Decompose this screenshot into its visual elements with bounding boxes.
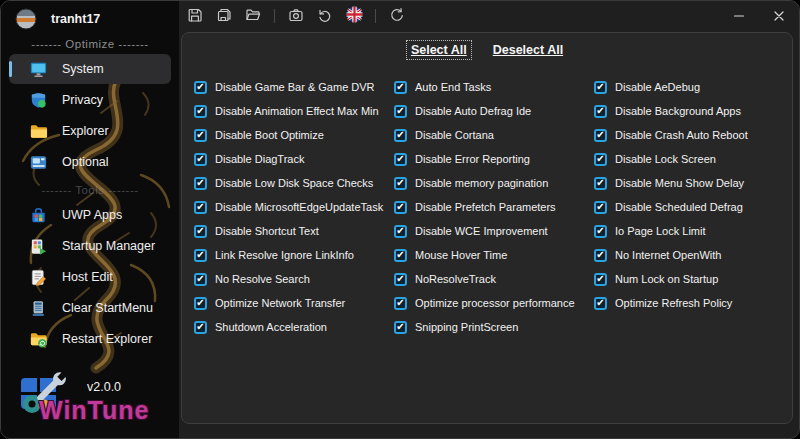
toolbar-open-folder-button[interactable] [241,4,265,28]
checkbox-checked-icon[interactable]: ✔ [594,177,607,190]
tweak-checkbox-item[interactable]: ✔Disable Boot Optimize [194,123,394,147]
sidebar-item-system[interactable]: System [9,54,171,84]
checkbox-checked-icon[interactable]: ✔ [194,177,207,190]
sidebar-item-label: System [62,62,104,76]
toolbar-screenshot-button[interactable] [284,4,308,28]
sidebar-item-uwp-apps[interactable]: UWP Apps [9,200,171,230]
tweak-checkbox-item[interactable]: ✔Disable Prefetch Parameters [394,195,594,219]
checkbox-checked-icon[interactable]: ✔ [594,129,607,142]
tweak-checkbox-item[interactable]: ✔Disable Cortana [394,123,594,147]
checkbox-checked-icon[interactable]: ✔ [194,129,207,142]
tweak-checkbox-item[interactable]: ✔Optimize processor performance [394,291,594,315]
tweak-checkbox-item[interactable]: ✔No Internet OpenWith [594,243,794,267]
tweak-checkbox-item[interactable]: ✔Disable Scheduled Defrag [594,195,794,219]
tweak-checkbox-item[interactable]: ✔Disable Shortcut Text [194,219,394,243]
checkbox-checked-icon[interactable]: ✔ [394,153,407,166]
tweak-checkbox-item[interactable]: ✔Disable Animation Effect Max Min [194,99,394,123]
tweak-checkbox-item[interactable]: ✔Disable WCE Improvement [394,219,594,243]
app-brand-name: WinTune [39,396,149,425]
checkbox-checked-icon[interactable]: ✔ [394,249,407,262]
select-all-button[interactable]: Select All [407,41,471,59]
toolbar [183,4,409,28]
tweak-checkbox-item[interactable]: ✔Disable DiagTrack [194,147,394,171]
checkbox-checked-icon[interactable]: ✔ [394,129,407,142]
explorer-icon [29,122,48,141]
sidebar-item-clear-startmenu[interactable]: Clear StartMenu [9,293,171,323]
sidebar-item-restart-explorer[interactable]: Restart Explorer [9,324,171,354]
checkbox-checked-icon[interactable]: ✔ [594,273,607,286]
toolbar-save-button[interactable] [183,4,207,28]
tweak-label: Disable Low Disk Space Checks [215,177,373,189]
tweak-checkbox-item[interactable]: ✔Disable Error Reporting [394,147,594,171]
tweaks-column-1: ✔Disable Game Bar & Game DVR✔Disable Ani… [194,75,394,339]
tweak-checkbox-item[interactable]: ✔Disable Game Bar & Game DVR [194,75,394,99]
close-button[interactable] [759,1,799,31]
checkbox-checked-icon[interactable]: ✔ [194,225,207,238]
checkbox-checked-icon[interactable]: ✔ [194,321,207,334]
tweak-checkbox-item[interactable]: ✔Io Page Lock Limit [594,219,794,243]
toolbar-undo-button[interactable] [313,4,337,28]
checkbox-checked-icon[interactable]: ✔ [394,201,407,214]
checkbox-checked-icon[interactable]: ✔ [594,249,607,262]
checkbox-checked-icon[interactable]: ✔ [194,273,207,286]
tweak-checkbox-item[interactable]: ✔Optimize Refresh Policy [594,291,794,315]
checkbox-checked-icon[interactable]: ✔ [594,201,607,214]
sidebar-item-privacy[interactable]: Privacy [9,85,171,115]
checkbox-checked-icon[interactable]: ✔ [394,297,407,310]
tweak-label: Disable Scheduled Defrag [615,201,743,213]
tweak-label: Auto End Tasks [415,81,491,93]
checkbox-checked-icon[interactable]: ✔ [594,297,607,310]
tweak-checkbox-item[interactable]: ✔Shutdown Acceleration [194,315,394,339]
tweak-checkbox-item[interactable]: ✔Disable Lock Screen [594,147,794,171]
sidebar-item-explorer[interactable]: Explorer [9,116,171,146]
app-version: v2.0.0 [87,380,121,394]
tweak-checkbox-item[interactable]: ✔Disable Auto Defrag Ide [394,99,594,123]
tweak-checkbox-item[interactable]: ✔Link Resolve Ignore LinkInfo [194,243,394,267]
tweak-checkbox-item[interactable]: ✔Optimize Network Transfer [194,291,394,315]
checkbox-checked-icon[interactable]: ✔ [394,273,407,286]
tweak-checkbox-item[interactable]: ✔Mouse Hover Time [394,243,594,267]
toolbar-language-english-button[interactable] [342,4,366,28]
checkbox-checked-icon[interactable]: ✔ [194,249,207,262]
tweak-checkbox-item[interactable]: ✔Disable Low Disk Space Checks [194,171,394,195]
sidebar-item-startup-manager[interactable]: Startup Manager [9,231,171,261]
sidebar-item-host-edit[interactable]: Host Edit [9,262,171,292]
tweak-checkbox-item[interactable]: ✔Disable AeDebug [594,75,794,99]
toolbar-refresh-button[interactable] [385,4,409,28]
checkbox-checked-icon[interactable]: ✔ [394,225,407,238]
checkbox-checked-icon[interactable]: ✔ [594,153,607,166]
tweak-checkbox-item[interactable]: ✔Disable Menu Show Delay [594,171,794,195]
tweak-label: Disable Game Bar & Game DVR [215,81,375,93]
tweak-checkbox-item[interactable]: ✔Disable Background Apps [594,99,794,123]
deselect-all-button[interactable]: Deselect All [489,41,567,59]
checkbox-checked-icon[interactable]: ✔ [194,297,207,310]
minimize-button[interactable] [719,1,759,31]
tweak-label: Disable MicrosoftEdgeUpdateTask [215,201,383,213]
checkbox-checked-icon[interactable]: ✔ [394,105,407,118]
checkbox-checked-icon[interactable]: ✔ [394,321,407,334]
tweak-checkbox-item[interactable]: ✔Disable MicrosoftEdgeUpdateTask [194,195,394,219]
tweak-label: Disable Menu Show Delay [615,177,744,189]
tweak-checkbox-item[interactable]: ✔Auto End Tasks [394,75,594,99]
checkbox-checked-icon[interactable]: ✔ [594,81,607,94]
tweak-checkbox-item[interactable]: ✔Disable memory pagination [394,171,594,195]
checkbox-checked-icon[interactable]: ✔ [194,153,207,166]
checkbox-checked-icon[interactable]: ✔ [194,201,207,214]
checkbox-checked-icon[interactable]: ✔ [194,81,207,94]
checkbox-checked-icon[interactable]: ✔ [194,105,207,118]
restart-explorer-icon [29,330,48,349]
tweak-checkbox-item[interactable]: ✔No Resolve Search [194,267,394,291]
tweak-label: Disable WCE Improvement [415,225,548,237]
tweak-checkbox-item[interactable]: ✔NoResolveTrack [394,267,594,291]
checkbox-checked-icon[interactable]: ✔ [594,105,607,118]
tweak-checkbox-item[interactable]: ✔Disable Crash Auto Reboot [594,123,794,147]
checkbox-checked-icon[interactable]: ✔ [394,177,407,190]
sidebar-item-optional[interactable]: Optional [9,147,171,177]
tweak-checkbox-item[interactable]: ✔Num Lock on Startup [594,267,794,291]
toolbar-save-as-button[interactable] [212,4,236,28]
tweak-label: Io Page Lock Limit [615,225,706,237]
tweak-checkbox-item[interactable]: ✔Snipping PrintScreen [394,315,594,339]
checkbox-checked-icon[interactable]: ✔ [394,81,407,94]
tweak-label: Mouse Hover Time [415,249,507,261]
checkbox-checked-icon[interactable]: ✔ [594,225,607,238]
